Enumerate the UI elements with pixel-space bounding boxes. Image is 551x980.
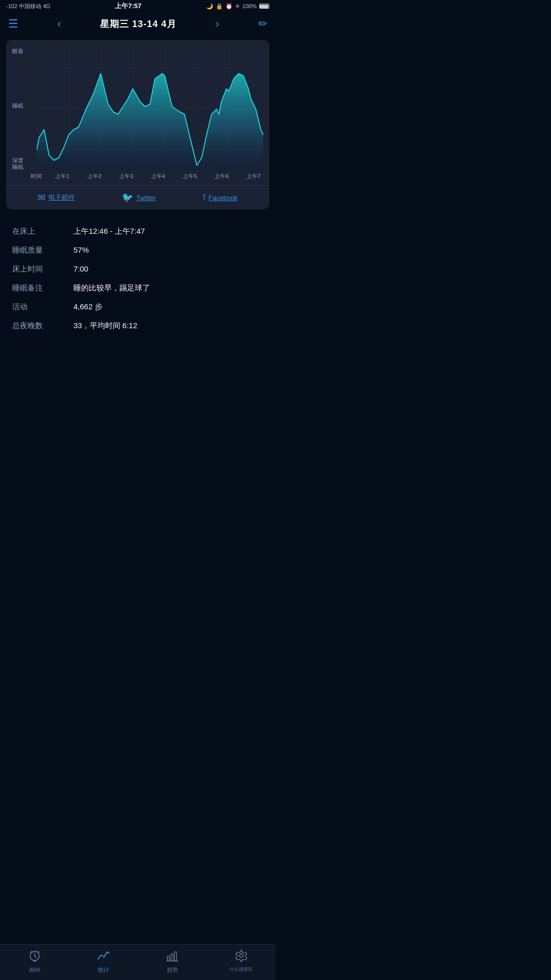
x-label-time: 时间 — [31, 173, 46, 180]
moon-icon: 🌙 — [206, 3, 213, 10]
y-label-deep: 深度睡眠 — [12, 157, 23, 170]
stat-value-activity: 4,662 步 — [73, 301, 103, 312]
stat-label-quality: 睡眠质量 — [12, 244, 73, 255]
email-share-label: 电子邮件 — [48, 193, 75, 202]
y-label-sleep: 睡眠 — [12, 103, 23, 109]
facebook-share-label: Facebook — [209, 194, 238, 202]
page-title: 星期三 13-14 4月 — [100, 18, 177, 30]
status-icons: 🌙 🔒 ⏰ ✳ 100% — [206, 3, 269, 10]
stat-value-total: 33，平均时间 6:12 — [73, 320, 137, 331]
edit-button[interactable]: ✏ — [258, 17, 267, 31]
share-row: ✉ 电子邮件 🐦 Twitter f Facebook — [6, 185, 269, 209]
x-label-5am: 上午5 — [174, 173, 206, 180]
stat-row-bed: 在床上 上午12:46 - 上午7:47 — [12, 222, 263, 240]
stat-row-note: 睡眠备注 睡的比较早，踢足球了 — [12, 278, 263, 297]
prev-button[interactable]: ‹ — [57, 17, 61, 31]
chart-x-axis: 时间 上午1 上午2 上午3 上午4 上午5 上午6 上午7 — [31, 170, 269, 185]
chart-svg-wrap — [37, 48, 263, 170]
lock-icon: 🔒 — [216, 3, 223, 10]
next-button[interactable]: › — [215, 17, 219, 31]
status-signal: -102 中国移动 4G — [6, 3, 51, 10]
x-label-3am: 上午3 — [110, 173, 142, 180]
stats-section: 在床上 上午12:46 - 上午7:47 睡眠质量 57% 床上时间 7:00 … — [0, 213, 276, 343]
stat-label-bed: 在床上 — [12, 226, 73, 236]
stat-label-total: 总夜晚数 — [12, 320, 73, 331]
twitter-share-button[interactable]: 🐦 Twitter — [122, 192, 156, 203]
chart-container: 醒着 睡眠 深度睡眠 — [6, 40, 269, 170]
stat-label-duration: 床上时间 — [12, 263, 73, 274]
battery-icon — [259, 4, 269, 9]
twitter-icon: 🐦 — [122, 192, 133, 203]
x-label-4am: 上午4 — [142, 173, 173, 180]
chart-y-labels: 醒着 睡眠 深度睡眠 — [12, 48, 23, 170]
x-label-1am: 上午1 — [46, 173, 78, 180]
header: ☰ ‹ 星期三 13-14 4月 › ✏ — [0, 12, 276, 36]
stat-value-quality: 57% — [73, 244, 89, 255]
sleep-card: 醒着 睡眠 深度睡眠 — [6, 40, 269, 209]
stat-row-activity: 活动 4,662 步 — [12, 297, 263, 316]
svg-marker-9 — [37, 74, 263, 170]
alarm-status-icon: ⏰ — [226, 3, 233, 10]
status-time: 上午7:57 — [115, 2, 141, 11]
status-bar: -102 中国移动 4G 上午7:57 🌙 🔒 ⏰ ✳ 100% — [0, 0, 276, 12]
bluetooth-icon: ✳ — [235, 3, 240, 10]
stat-row-quality: 睡眠质量 57% — [12, 240, 263, 259]
facebook-share-button[interactable]: f Facebook — [203, 192, 238, 203]
sleep-chart-svg — [37, 48, 263, 170]
x-label-7am: 上午7 — [238, 173, 269, 180]
email-icon: ✉ — [38, 192, 45, 203]
menu-button[interactable]: ☰ — [8, 17, 18, 31]
stat-row-duration: 床上时间 7:00 — [12, 259, 263, 278]
twitter-share-label: Twitter — [136, 194, 156, 202]
x-label-6am: 上午6 — [206, 173, 237, 180]
stat-value-duration: 7:00 — [73, 263, 88, 274]
stat-label-note: 睡眠备注 — [12, 282, 73, 293]
stat-label-activity: 活动 — [12, 301, 73, 312]
x-label-2am: 上午2 — [79, 173, 110, 180]
stat-value-note: 睡的比较早，踢足球了 — [73, 282, 150, 293]
stat-value-bed: 上午12:46 - 上午7:47 — [73, 226, 145, 236]
y-label-awake: 醒着 — [12, 48, 23, 55]
stat-row-total: 总夜晚数 33，平均时间 6:12 — [12, 316, 263, 335]
facebook-icon: f — [203, 192, 206, 203]
email-share-button[interactable]: ✉ 电子邮件 — [38, 192, 75, 203]
